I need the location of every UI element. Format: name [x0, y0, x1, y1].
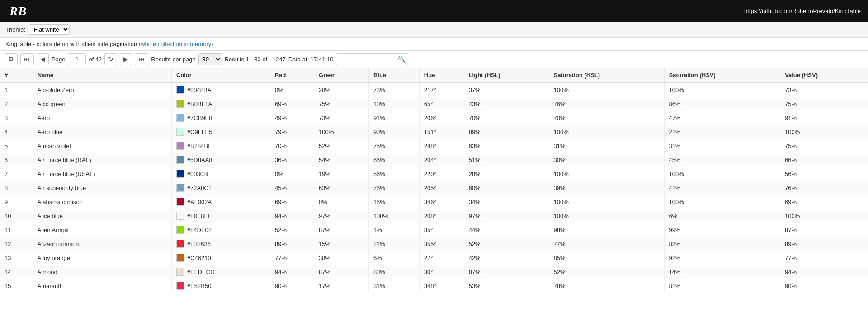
prev-page-button[interactable]: ◀	[37, 53, 49, 65]
cell-value: 100%	[549, 83, 664, 97]
col-val-hsv[interactable]: Value (HSV)	[780, 68, 868, 83]
cell-value: 97%	[314, 209, 369, 223]
cell-value: 100%	[780, 209, 868, 223]
settings-button[interactable]: ⚙	[5, 53, 18, 65]
search-wrap: 🔍	[336, 53, 408, 65]
cell-value: 60%	[464, 181, 549, 195]
cell-value: 65°	[419, 97, 464, 111]
col-num[interactable]: #	[0, 68, 33, 83]
cell-value: 75%	[314, 97, 369, 111]
cell-color: #E52B50	[171, 279, 270, 293]
cell-name: Alizarin crimson	[33, 237, 171, 251]
cell-value: 85°	[419, 223, 464, 237]
subtitle-link[interactable]: (whole collection in memory)	[139, 41, 213, 47]
cell-color: #EFDECD	[171, 265, 270, 279]
rpp-select[interactable]: 10 20 30 50 100	[198, 53, 222, 65]
cell-value: 94%	[270, 209, 314, 223]
subtitle-bar: KingTable - colors demo with client side…	[0, 38, 868, 51]
table-header: # Name Color Red Green Blue Hue Light (H…	[0, 68, 868, 83]
of-pages-label: of 42	[89, 56, 102, 63]
table-row: 8Air superiority blue#72A0C145%63%76%205…	[0, 181, 868, 195]
cell-value: 63%	[464, 139, 549, 153]
cell-name: Alien Armpit	[33, 223, 171, 237]
table-row: 9Alabama crimson#AF002A69%0%16%346°34%10…	[0, 195, 868, 209]
col-name[interactable]: Name	[33, 68, 171, 83]
cell-value: 56%	[780, 167, 868, 181]
color-swatch	[176, 86, 184, 94]
table-row: 5African violet#B284BE70%52%75%288°63%31…	[0, 139, 868, 153]
cell-value: 90%	[368, 125, 419, 139]
color-hex: #E52B50	[187, 283, 212, 289]
cell-value: 100%	[664, 195, 780, 209]
color-hex: #00308F	[187, 171, 210, 177]
cell-value: 355°	[419, 237, 464, 251]
cell-value: 73%	[780, 83, 868, 97]
table-row: 14Almond#EFDECD94%87%80%30°87%52%14%94%	[0, 265, 868, 279]
cell-value: 98%	[549, 223, 664, 237]
page-input[interactable]	[68, 53, 86, 65]
cell-num: 15	[0, 279, 33, 293]
first-page-button[interactable]: ⏮	[20, 53, 34, 65]
theme-label: Theme:	[5, 26, 25, 33]
cell-value: 70%	[270, 139, 314, 153]
color-swatch	[176, 142, 184, 150]
rpp-label: Results per page	[151, 56, 195, 63]
cell-name: Alabama crimson	[33, 195, 171, 209]
col-hue[interactable]: Hue	[419, 68, 464, 83]
cell-num: 10	[0, 209, 33, 223]
cell-num: 13	[0, 251, 33, 265]
color-hex: #E32636	[187, 241, 211, 247]
cell-value: 45%	[664, 153, 780, 167]
cell-name: Alloy orange	[33, 251, 171, 265]
col-color[interactable]: Color	[171, 68, 270, 83]
col-red[interactable]: Red	[270, 68, 314, 83]
search-button[interactable]: 🔍	[398, 56, 406, 63]
cell-value: 87%	[464, 265, 549, 279]
cell-value: 76%	[780, 181, 868, 195]
cell-value: 28%	[464, 167, 549, 181]
colors-table: # Name Color Red Green Blue Hue Light (H…	[0, 68, 868, 293]
cell-value: 17%	[314, 279, 369, 293]
theme-select[interactable]: Flat white Default Dark	[29, 24, 70, 35]
cell-value: 53%	[464, 279, 549, 293]
cell-value: 51%	[464, 153, 549, 167]
cell-value: 90%	[270, 279, 314, 293]
col-green[interactable]: Green	[314, 68, 369, 83]
next-page-button[interactable]: ▶	[120, 53, 132, 65]
cell-name: Air Force blue (RAF)	[33, 153, 171, 167]
refresh-button[interactable]: ↻	[104, 53, 117, 65]
color-hex: #B0BF1A	[187, 101, 212, 107]
cell-value: 100%	[780, 125, 868, 139]
cell-value: 28%	[314, 83, 369, 97]
cell-value: 217°	[419, 83, 464, 97]
cell-value: 220°	[419, 167, 464, 181]
col-sat-hsl[interactable]: Saturation (HSL)	[549, 68, 664, 83]
cell-value: 85%	[549, 251, 664, 265]
color-hex: #C46210	[187, 255, 211, 261]
cell-name: Aero blue	[33, 125, 171, 139]
cell-name: Air superiority blue	[33, 181, 171, 195]
svg-text:RB: RB	[9, 4, 26, 18]
cell-num: 3	[0, 111, 33, 125]
github-link[interactable]: https://github.com/RobertoPrevato/KingTa…	[744, 8, 861, 14]
col-light-hsl[interactable]: Light (HSL)	[464, 68, 549, 83]
col-sat-hsv[interactable]: Saturation (HSV)	[664, 68, 780, 83]
cell-value: 100%	[549, 167, 664, 181]
cell-value: 288°	[419, 139, 464, 153]
color-swatch	[176, 226, 184, 234]
cell-name: Air Force blue (USAF)	[33, 167, 171, 181]
search-input[interactable]	[336, 53, 408, 65]
cell-value: 52%	[464, 237, 549, 251]
color-swatch	[176, 156, 184, 164]
cell-value: 30°	[419, 265, 464, 279]
last-page-button[interactable]: ⏭	[135, 53, 148, 65]
cell-value: 69%	[780, 195, 868, 209]
cell-num: 1	[0, 83, 33, 97]
cell-value: 151°	[419, 125, 464, 139]
page-label: Page	[52, 56, 65, 63]
cell-value: 99%	[664, 223, 780, 237]
cell-value: 100%	[664, 167, 780, 181]
col-blue[interactable]: Blue	[368, 68, 419, 83]
cell-name: Amaranth	[33, 279, 171, 293]
cell-num: 4	[0, 125, 33, 139]
